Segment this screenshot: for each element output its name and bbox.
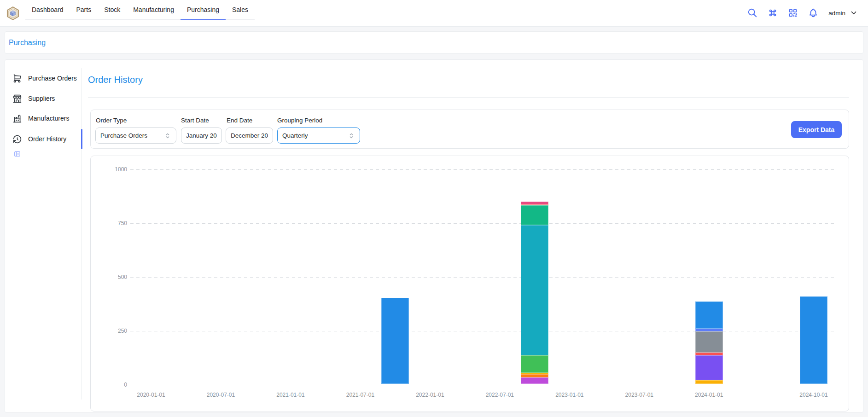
chevron-down-icon	[850, 9, 858, 17]
history-icon	[12, 134, 22, 144]
bar-segment[interactable]	[695, 355, 723, 380]
app-logo[interactable]	[6, 6, 20, 20]
y-axis-tick: 250	[109, 328, 127, 334]
sidebar-item-suppliers[interactable]: Suppliers	[9, 90, 79, 107]
chart-card: 025050075010002020-01-012020-07-012021-0…	[90, 156, 849, 411]
sidebar-active-indicator	[81, 129, 82, 149]
collapse-sidebar-icon	[13, 150, 21, 158]
bar-segment[interactable]	[695, 380, 723, 384]
qrcode-icon	[788, 8, 798, 18]
tab-manufacturing[interactable]: Manufacturing	[127, 0, 181, 19]
x-axis-tick: 2023-07-01	[616, 392, 662, 398]
sidebar-collapse-button[interactable]	[13, 149, 23, 158]
command-palette-button[interactable]	[768, 7, 779, 18]
x-axis-tick: 2020-01-01	[128, 392, 174, 398]
tab-dashboard[interactable]: Dashboard	[25, 0, 70, 19]
building-store-icon	[12, 94, 22, 104]
bar-segment[interactable]	[800, 296, 827, 384]
x-axis-tick: 2021-01-01	[268, 392, 314, 398]
top-navbar: Dashboard Parts Stock Manufacturing Purc…	[0, 0, 868, 27]
tab-parts[interactable]: Parts	[70, 0, 98, 19]
main-panel: Purchase Orders Suppliers Manufacturers …	[5, 59, 863, 413]
scan-button[interactable]	[788, 7, 799, 18]
search-button[interactable]	[747, 7, 758, 18]
tab-purchasing[interactable]: Purchasing	[181, 0, 226, 19]
notifications-button[interactable]	[808, 7, 819, 18]
grouping-period-select[interactable]: Quarterly	[277, 127, 360, 144]
sidebar-item-label: Order History	[28, 135, 66, 143]
y-axis-tick: 750	[109, 220, 127, 226]
command-icon	[768, 8, 778, 18]
order-type-label: Order Type	[96, 117, 127, 124]
grouping-period-label: Grouping Period	[277, 117, 322, 124]
navbar-actions: admin	[747, 0, 858, 26]
sidebar-item-purchase-orders[interactable]: Purchase Orders	[9, 70, 79, 87]
gridline	[130, 169, 836, 170]
breadcrumb: Purchasing	[5, 31, 863, 54]
sidebar-divider	[82, 68, 82, 400]
export-data-button[interactable]: Export Data	[791, 121, 842, 138]
search-icon	[747, 8, 757, 18]
order-type-value: Purchase Orders	[100, 132, 164, 139]
x-axis-tick: 2022-07-01	[477, 392, 523, 398]
end-date-label: End Date	[227, 117, 252, 124]
y-axis-tick: 0	[109, 382, 127, 388]
sidebar-item-manufacturers[interactable]: Manufacturers	[9, 110, 79, 127]
bar-segment[interactable]	[521, 355, 548, 373]
gridline	[130, 277, 836, 278]
x-axis-tick: 2024-10-01	[791, 392, 837, 398]
start-date-input[interactable]	[181, 127, 222, 144]
y-axis-tick: 500	[109, 274, 127, 280]
y-axis-tick: 1000	[109, 166, 127, 173]
username: admin	[828, 10, 845, 17]
x-axis-tick: 2024-01-01	[686, 392, 732, 398]
x-axis-tick: 2021-07-01	[337, 392, 383, 398]
selector-icon	[164, 132, 171, 139]
bell-icon	[808, 8, 818, 18]
sidebar-item-label: Suppliers	[28, 95, 55, 102]
user-menu[interactable]: admin	[828, 9, 858, 17]
bar-segment[interactable]	[695, 331, 723, 353]
bar-segment[interactable]	[381, 298, 409, 384]
inventree-logo-icon	[6, 6, 20, 20]
gridline	[130, 385, 836, 385]
main-nav-tabs: Dashboard Parts Stock Manufacturing Purc…	[25, 0, 255, 20]
bar-2024-10-01[interactable]	[800, 296, 827, 384]
start-date-label: Start Date	[181, 117, 209, 124]
page-title: Order History	[88, 75, 143, 85]
building-factory-icon	[12, 114, 22, 123]
grouping-period-value: Quarterly	[282, 132, 348, 139]
gridline	[130, 331, 836, 331]
tab-stock[interactable]: Stock	[98, 0, 127, 19]
bar-2022-10-01[interactable]	[521, 202, 548, 384]
bar-segment[interactable]	[521, 205, 548, 225]
sidebar-item-label: Purchase Orders	[28, 75, 77, 82]
order-type-select[interactable]: Purchase Orders	[95, 127, 176, 144]
title-divider	[88, 97, 849, 98]
breadcrumb-purchasing[interactable]: Purchasing	[9, 39, 46, 47]
filter-panel: Order Type Start Date End Date Grouping …	[90, 110, 849, 149]
chart-plot: 025050075010002020-01-012020-07-012021-0…	[91, 156, 849, 411]
sidebar-item-order-history[interactable]: Order History	[9, 131, 79, 147]
gridline	[130, 223, 836, 224]
bar-segment[interactable]	[695, 301, 723, 329]
x-axis-tick: 2020-07-01	[198, 392, 244, 398]
x-axis-tick: 2023-01-01	[547, 392, 593, 398]
end-date-input[interactable]	[226, 127, 273, 144]
bar-2024-01-01[interactable]	[695, 301, 723, 384]
shopping-cart-icon	[12, 74, 22, 83]
sidebar-item-label: Manufacturers	[28, 115, 69, 122]
x-axis-tick: 2022-01-01	[407, 392, 453, 398]
bar-2021-10-01[interactable]	[381, 298, 409, 384]
bar-segment[interactable]	[521, 225, 548, 355]
tab-sales[interactable]: Sales	[226, 0, 255, 19]
selector-icon	[348, 132, 355, 139]
bar-segment[interactable]	[521, 377, 548, 384]
